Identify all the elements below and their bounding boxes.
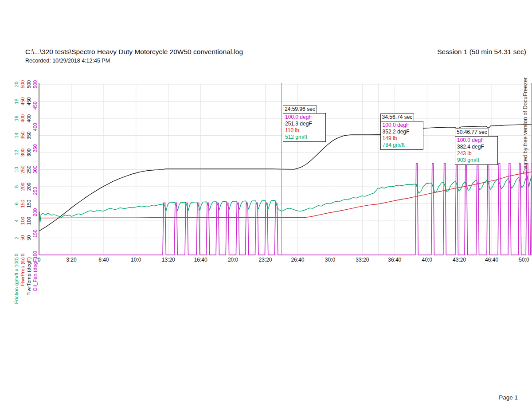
x-tick-label: 13:20 — [162, 257, 175, 263]
document-page: C:\...\320 tests\Spectro Heavy Duty Moto… — [0, 0, 532, 411]
annotation-temp-value: 352.2 degF — [383, 129, 421, 135]
y-axis-title-flwrtemp: FlwrTemp (degF) — [26, 257, 31, 296]
x-tick-label: 16:40 — [194, 257, 207, 263]
y-tick-label-flwrpres: 100 — [20, 217, 25, 225]
y-tick-label-flwrtemp: 500 — [26, 80, 31, 88]
y-tick-label-flwrpres: 450 — [20, 97, 25, 105]
annotation-temp-value: 251.3 degF — [285, 121, 323, 127]
y-tick-label-flwrtemp: 50 — [26, 235, 31, 240]
y-tick-label-flwrpres: 350 — [20, 131, 25, 139]
y-tick-label-friction: 0 — [14, 254, 19, 256]
annotation-friction-value: 903 gm/ft — [457, 157, 495, 164]
y-tick-label-oilfan: 400 — [32, 123, 38, 131]
y-axis-title-oilfan: Oil_Fan (degF) — [32, 257, 38, 292]
annotation-pres-value: 243 lb — [457, 150, 495, 157]
y-tick-label-oilfan: 300 — [32, 165, 38, 173]
y-tick-label-friction: 2 — [14, 236, 19, 239]
y-tick-label-flwrtemp: 250 — [26, 165, 31, 173]
x-tick-label: 20:0 — [228, 257, 239, 263]
x-tick-label: 3:20 — [66, 257, 77, 263]
docufreezer-watermark: Created by free version of DocuFreezer — [522, 48, 528, 175]
y-tick-label-flwrtemp: 150 — [26, 200, 31, 207]
y-tick-label-flwrtemp: 400 — [26, 114, 31, 122]
y-tick-label-flwrpres: 150 — [20, 200, 25, 207]
y-tick-label-oilfan: 450 — [32, 102, 38, 110]
y-tick-label-flwrpres: 200 — [20, 183, 25, 191]
y-tick-label-flwrtemp: 450 — [26, 97, 31, 105]
y-tick-label-flwrpres: 400 — [20, 114, 25, 122]
y-tick-label-flwrpres: 500 — [20, 80, 25, 88]
y-tick-label-friction: 6 — [14, 202, 19, 205]
y-tick-label-flwrtemp: 300 — [26, 149, 31, 157]
x-tick-label: 36:40 — [388, 257, 401, 263]
y-tick-label-flwrtemp: 200 — [26, 183, 31, 191]
page-number: Page 1 — [499, 394, 518, 401]
y-axis-title-flwrpres: FlwrPres (lb) — [20, 257, 25, 286]
y-tick-label-flwrpres: 300 — [20, 149, 25, 157]
x-tick-label: 26:40 — [291, 257, 304, 263]
y-tick-label-friction: 20 — [14, 82, 19, 87]
x-tick-label: 23:20 — [259, 257, 272, 263]
y-tick-label-oilfan: 200 — [32, 208, 38, 216]
y-tick-label-oilfan: 250 — [32, 187, 38, 195]
annotation-box: 50:46.77 sec 100.0 degF 382.4 degF 243 l… — [455, 129, 498, 165]
y-tick-label-flwrtemp: 100 — [26, 217, 31, 225]
annotation-temp-value: 382.4 degF — [457, 144, 495, 150]
plot-canvas: 02468101214161820Friction (gm/ft x 100)0… — [0, 0, 532, 411]
annotation-oilfan-value: 100.0 degF — [457, 137, 495, 144]
y-tick-label-friction: 18 — [14, 98, 19, 104]
y-tick-label-flwrtemp: 350 — [26, 131, 31, 139]
y-tick-label-flwrpres: 50 — [20, 235, 25, 240]
annotation-friction-value: 512 gm/ft — [285, 134, 323, 141]
annotation-time: 34:56.74 sec — [380, 114, 415, 121]
y-tick-label-oilfan: 500 — [32, 80, 38, 88]
y-tick-label-friction: 4 — [14, 219, 19, 222]
annotation-friction-value: 784 gm/ft — [383, 142, 421, 149]
y-tick-label-friction: 14 — [14, 133, 19, 138]
x-tick-label: 40:0 — [422, 257, 433, 263]
annotation-time: 50:46.77 sec — [455, 129, 489, 137]
y-tick-label-flwrpres: 0 — [20, 254, 25, 256]
y-axis-title-friction: Friction (gm/ft x 100) — [14, 257, 19, 304]
y-tick-label-oilfan: 150 — [32, 230, 38, 238]
x-tick-label: 6:40 — [98, 257, 109, 263]
x-tick-label: 50:0 — [519, 257, 529, 263]
annotation-pres-value: 110 lb — [285, 127, 323, 134]
y-tick-label-friction: 16 — [14, 116, 19, 121]
x-tick-label: 10:0 — [131, 257, 141, 263]
y-tick-label-oilfan: 350 — [32, 144, 38, 152]
annotation-pres-value: 149 lb — [383, 135, 421, 142]
x-tick-label: 30:0 — [325, 257, 336, 263]
y-tick-label-friction: 12 — [14, 150, 19, 155]
x-tick-label: 33:20 — [356, 257, 369, 263]
x-tick-label: 46:40 — [485, 257, 498, 263]
annotation-oilfan-value: 100.0 degF — [383, 122, 421, 129]
annotation-box: 24:59.96 sec 100.0 degF 251.3 degF 110 l… — [283, 106, 326, 142]
x-tick-label: 43:20 — [453, 257, 466, 263]
x-tick-label: 0 — [38, 257, 41, 263]
y-tick-label-flwrpres: 250 — [20, 165, 25, 173]
y-tick-label-friction: 8 — [14, 185, 19, 188]
y-tick-label-friction: 10 — [14, 167, 19, 172]
annotation-oilfan-value: 100.0 degF — [285, 114, 323, 121]
annotation-time: 24:59.96 sec — [283, 106, 317, 114]
chart-area: 02468101214161820Friction (gm/ft x 100)0… — [0, 0, 532, 411]
annotation-box: 34:56.74 sec 100.0 degF 352.2 degF 149 l… — [380, 114, 423, 150]
